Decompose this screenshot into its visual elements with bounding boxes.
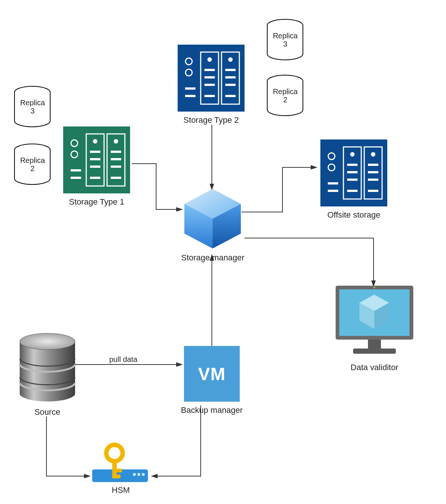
- svg-rect-69: [133, 473, 136, 476]
- svg-rect-16: [111, 158, 121, 160]
- pull-data-label: pull data: [108, 355, 139, 363]
- svg-rect-71: [142, 473, 145, 476]
- svg-rect-15: [111, 151, 121, 153]
- database-icon: [17, 331, 78, 405]
- storage-type-2-label: Storage Type 2: [178, 115, 245, 125]
- svg-rect-29: [204, 95, 215, 97]
- source-node: [17, 331, 78, 405]
- storage-type-1-node: [63, 126, 130, 193]
- svg-rect-70: [138, 473, 140, 476]
- svg-point-14: [114, 139, 118, 144]
- svg-rect-32: [225, 69, 236, 71]
- storage-manager-node: [182, 186, 243, 251]
- svg-rect-5: [71, 169, 81, 171]
- monitor-icon: [333, 283, 416, 359]
- replica2-left-label: Replica 2: [13, 156, 52, 173]
- svg-rect-48: [347, 190, 358, 192]
- svg-rect-42: [328, 190, 338, 192]
- svg-rect-65: [353, 349, 396, 354]
- server-icon: [320, 139, 387, 206]
- svg-rect-27: [204, 76, 215, 78]
- vm-text: VM: [184, 346, 240, 402]
- storage-type-2-node: [178, 45, 245, 112]
- svg-rect-64: [368, 340, 381, 349]
- data-validitor-node: [333, 283, 416, 359]
- svg-rect-35: [225, 95, 236, 97]
- server-icon: [178, 45, 245, 112]
- svg-rect-53: [368, 179, 378, 181]
- hsm-node: [89, 443, 152, 487]
- arrow-backup-to-hsm: [152, 405, 201, 476]
- svg-rect-26: [204, 69, 215, 71]
- svg-rect-33: [225, 76, 236, 78]
- backup-manager-label: Backup manager: [175, 405, 249, 415]
- svg-rect-51: [368, 164, 378, 166]
- svg-rect-45: [347, 164, 358, 166]
- svg-rect-17: [111, 166, 121, 168]
- replica3-left-label: Replica 3: [13, 99, 52, 115]
- offsite-storage-label: Offsite storage: [320, 210, 387, 220]
- offsite-storage-node: [320, 139, 387, 206]
- svg-rect-18: [111, 177, 121, 179]
- svg-rect-34: [225, 84, 236, 86]
- svg-rect-11: [90, 166, 100, 168]
- svg-point-72: [106, 445, 123, 461]
- replica3-right-label: Replica 3: [266, 32, 305, 48]
- arrow-manager-to-offsite: [242, 167, 317, 212]
- backup-manager-node: VM: [184, 346, 240, 402]
- hsm-label: HSM: [89, 485, 152, 495]
- svg-point-60: [374, 287, 375, 288]
- cube-icon: [182, 186, 243, 251]
- storage-type-1-label: Storage Type 1: [63, 197, 130, 207]
- svg-rect-54: [368, 190, 378, 192]
- replica2-right-label: Replica 2: [266, 87, 305, 104]
- arrow-source-to-hsm: [46, 417, 90, 476]
- hsm-key-icon: [89, 443, 152, 487]
- svg-rect-41: [328, 182, 338, 184]
- replica2-right-node: Replica 2: [266, 74, 305, 117]
- svg-point-50: [371, 152, 375, 157]
- data-validitor-label: Data validitor: [333, 363, 416, 372]
- replica2-left-node: Replica 2: [13, 143, 52, 186]
- svg-point-44: [350, 152, 355, 157]
- svg-rect-46: [347, 171, 358, 173]
- svg-point-25: [207, 57, 212, 62]
- source-label: Source: [17, 407, 78, 417]
- svg-rect-9: [90, 151, 100, 153]
- svg-point-67: [20, 333, 75, 350]
- svg-rect-22: [185, 87, 195, 90]
- svg-rect-74: [116, 469, 122, 472]
- svg-rect-6: [71, 177, 81, 179]
- svg-rect-12: [90, 177, 100, 179]
- svg-point-8: [93, 139, 97, 144]
- svg-rect-47: [347, 179, 358, 181]
- svg-rect-52: [368, 171, 378, 173]
- svg-rect-75: [116, 475, 120, 478]
- diagram-canvas: Replica 3 Replica 2 Storage Type 1: [0, 0, 446, 504]
- svg-rect-28: [204, 84, 215, 86]
- arrow-storage1-to-manager: [132, 164, 182, 209]
- replica3-right-node: Replica 3: [266, 19, 305, 61]
- svg-point-31: [228, 57, 233, 62]
- svg-rect-23: [185, 95, 195, 97]
- arrow-manager-to-validitor: [245, 238, 374, 286]
- svg-rect-10: [90, 158, 100, 160]
- server-icon: [63, 126, 130, 193]
- storage-manager-label: Storage manager: [177, 253, 249, 263]
- replica3-left-node: Replica 3: [13, 86, 52, 128]
